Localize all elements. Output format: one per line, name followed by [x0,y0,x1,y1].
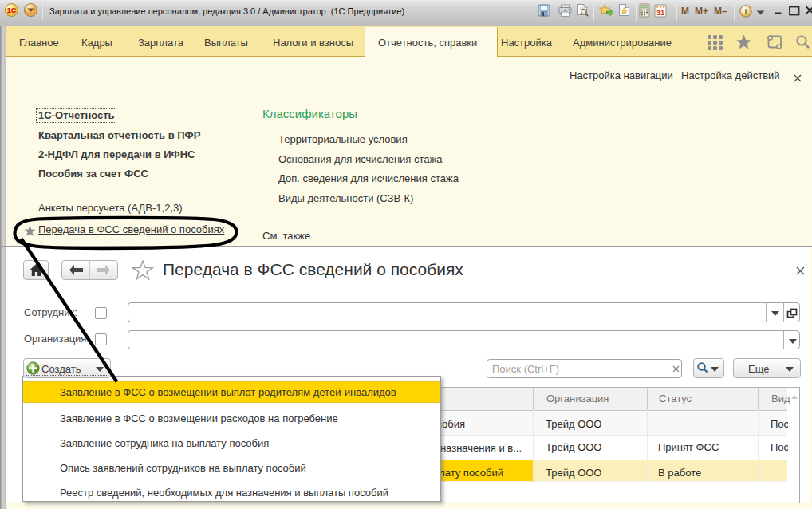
svg-text:31: 31 [656,8,665,17]
svg-text:1С: 1С [7,6,17,14]
svg-text:i: i [745,7,747,16]
